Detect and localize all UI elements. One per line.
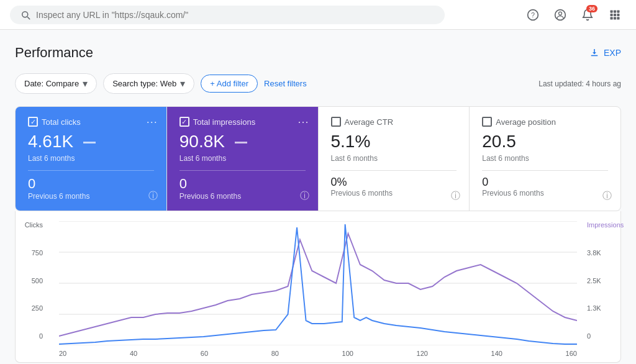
svg-text:?: ?	[531, 11, 535, 19]
chevron-down-icon: ▾	[180, 78, 185, 89]
page-header: Performance EXP	[15, 45, 621, 61]
total-impressions-more-btn[interactable]: ···	[298, 116, 309, 129]
y-label-0-left: 0	[39, 332, 43, 340]
x-label-20: 20	[59, 350, 66, 357]
total-clicks-secondary-value: 0	[28, 176, 154, 192]
y-label-250: 250	[32, 304, 43, 312]
total-impressions-period: Last 6 months	[179, 154, 306, 163]
dash-icon	[83, 142, 96, 143]
divider	[28, 170, 154, 171]
search-icon	[20, 9, 31, 20]
impressions-label: Impressions	[587, 221, 624, 229]
chart-svg	[59, 221, 577, 345]
svg-point-3	[559, 12, 562, 15]
chevron-down-icon: ▾	[83, 78, 88, 89]
svg-rect-11	[614, 17, 616, 19]
total-clicks-secondary-period: Previous 6 months	[28, 192, 154, 201]
divider	[331, 170, 457, 171]
filter-bar: Date: Compare ▾ Search type: Web ▾ + Add…	[15, 73, 621, 94]
y-label-1-3k: 1.3K	[587, 304, 601, 312]
svg-rect-6	[617, 10, 619, 12]
y-label-750: 750	[32, 249, 43, 257]
search-type-filter-btn[interactable]: Search type: Web ▾	[103, 73, 194, 94]
total-clicks-label: Total clicks	[42, 117, 81, 127]
metric-card-total-clicks: Total clicks 4.61K Last 6 months 0 Previ…	[16, 107, 167, 211]
average-ctr-help-icon[interactable]: ⓘ	[451, 190, 460, 202]
topbar: ? 36	[0, 0, 636, 30]
add-filter-button[interactable]: + Add filter	[201, 75, 258, 93]
metric-card-average-position: Average position 20.5 Last 6 months 0 Pr…	[470, 107, 620, 211]
y-label-2-5k: 2.5K	[587, 277, 601, 284]
svg-rect-9	[617, 13, 619, 16]
average-position-period: Last 6 months	[482, 154, 608, 163]
x-label-60: 60	[201, 350, 208, 357]
y-label-500: 500	[32, 277, 43, 284]
average-position-secondary-period: Previous 6 months	[482, 189, 608, 198]
metric-card-average-ctr: Average CTR 5.1% Last 6 months 0% Previo…	[319, 107, 470, 211]
average-position-checkbox[interactable]	[482, 117, 492, 127]
average-position-secondary-value: 0	[482, 176, 608, 189]
reset-filters-button[interactable]: Reset filters	[264, 79, 307, 88]
date-filter-btn[interactable]: Date: Compare ▾	[15, 73, 97, 94]
average-ctr-period: Last 6 months	[331, 154, 457, 163]
y-label-0-right: 0	[587, 332, 591, 340]
help-icon-btn[interactable]: ?	[522, 4, 544, 26]
export-button[interactable]: EXP	[589, 47, 621, 58]
total-clicks-value: 4.61K	[28, 132, 154, 152]
account-icon	[554, 9, 566, 21]
x-label-100: 100	[342, 350, 353, 357]
average-ctr-value: 5.1%	[331, 132, 457, 152]
y-axis-left: Clicks 750 500 250 0	[16, 221, 47, 340]
divider	[179, 170, 306, 171]
average-ctr-secondary-period: Previous 6 months	[331, 189, 457, 198]
x-axis-labels: 20 40 60 80 100 120 140 160	[59, 350, 577, 357]
account-circle-btn[interactable]	[549, 4, 571, 26]
apps-icon	[609, 9, 621, 21]
clicks-label: Clicks	[25, 221, 43, 229]
metric-cards: Total clicks 4.61K Last 6 months 0 Previ…	[15, 106, 621, 211]
total-impressions-secondary-period: Previous 6 months	[179, 192, 306, 201]
x-label-140: 140	[491, 350, 502, 357]
total-impressions-secondary-value: 0	[179, 176, 306, 192]
svg-rect-4	[611, 10, 613, 12]
impressions-line	[59, 234, 577, 336]
main-content: Performance EXP Date: Compare ▾ Search t…	[0, 30, 636, 364]
total-impressions-checkbox[interactable]	[179, 117, 189, 127]
x-label-160: 160	[566, 350, 577, 357]
svg-rect-5	[614, 10, 616, 12]
total-clicks-period: Last 6 months	[28, 154, 154, 163]
svg-rect-10	[611, 17, 613, 19]
divider	[482, 170, 608, 171]
url-inspect-input[interactable]	[36, 10, 435, 20]
x-label-120: 120	[417, 350, 428, 357]
total-clicks-more-btn[interactable]: ···	[147, 116, 158, 129]
y-axis-right: Impressions 3.8K 2.5K 1.3K 0	[583, 221, 620, 340]
notification-count: 36	[586, 5, 597, 12]
average-position-label: Average position	[496, 117, 556, 127]
total-clicks-checkbox[interactable]	[28, 117, 38, 127]
notifications-btn[interactable]: 36	[576, 4, 599, 26]
help-icon: ?	[527, 9, 539, 21]
total-impressions-help-icon[interactable]: ⓘ	[300, 190, 309, 202]
chart-svg-area	[59, 221, 577, 347]
dash-icon	[235, 142, 247, 143]
apps-btn[interactable]	[604, 4, 626, 26]
x-label-40: 40	[130, 350, 137, 357]
svg-rect-12	[617, 17, 619, 19]
download-icon	[589, 47, 600, 58]
average-position-help-icon[interactable]: ⓘ	[602, 190, 612, 202]
y-label-3-8k: 3.8K	[587, 249, 601, 257]
total-clicks-help-icon[interactable]: ⓘ	[148, 190, 158, 202]
average-ctr-secondary-value: 0%	[331, 176, 457, 189]
search-bar[interactable]	[10, 6, 445, 24]
topbar-icons: ? 36	[522, 4, 626, 26]
average-position-value: 20.5	[482, 132, 608, 152]
x-label-80: 80	[271, 350, 279, 357]
average-ctr-label: Average CTR	[345, 117, 394, 127]
average-ctr-checkbox[interactable]	[331, 117, 341, 127]
last-updated-text: Last updated: 4 hours ag	[538, 80, 621, 88]
total-impressions-value: 90.8K	[179, 132, 306, 152]
metric-card-total-impressions: Total impressions 90.8K Last 6 months 0 …	[167, 107, 319, 211]
page-title: Performance	[15, 45, 93, 61]
clicks-line	[59, 224, 577, 344]
